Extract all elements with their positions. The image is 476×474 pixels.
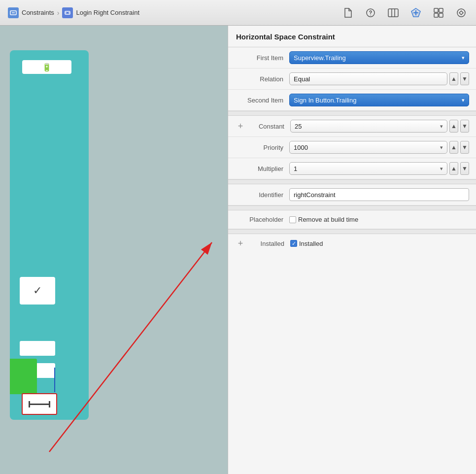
- installed-plus-button[interactable]: +: [235, 238, 246, 249]
- multiplier-chevron: ▾: [440, 166, 443, 172]
- vertical-measure-line: [54, 368, 55, 392]
- constant-plus-button[interactable]: +: [235, 121, 246, 132]
- relation-value: Equal: [294, 75, 443, 83]
- installed-value-label: Installed: [299, 240, 323, 247]
- relation-select[interactable]: Equal: [289, 72, 447, 85]
- phone-screen: 🔋 ✓: [10, 50, 89, 420]
- canvas-content: 🔋 ✓: [0, 26, 228, 474]
- add-object-button[interactable]: [409, 6, 423, 20]
- priority-stepper-up[interactable]: ▲: [449, 141, 458, 154]
- multiplier-row: Multiplier 1 ▾ ▲ ▼: [228, 158, 476, 179]
- breadcrumb-separator: ›: [57, 9, 60, 17]
- svg-point-17: [457, 9, 465, 17]
- svg-point-6: [370, 14, 371, 15]
- first-item-chevron: ▾: [462, 55, 465, 61]
- divider-1: [228, 111, 476, 116]
- svg-rect-14: [439, 8, 443, 12]
- library-button[interactable]: [432, 6, 445, 20]
- constraint-selection-box[interactable]: [22, 393, 57, 415]
- first-item-value: Superview.Trailing: [294, 54, 462, 62]
- inspector-button[interactable]: [386, 6, 400, 20]
- constant-label: Constant: [246, 123, 290, 130]
- properties-panel: Horizontal Space Constraint First Item S…: [228, 26, 476, 474]
- green-element: [10, 359, 37, 394]
- priority-stepper-down[interactable]: ▼: [460, 141, 469, 154]
- priority-row: Priority 1000 ▾ ▲ ▼: [228, 137, 476, 158]
- constant-select[interactable]: 25 ▾: [290, 120, 447, 133]
- relation-label: Relation: [235, 75, 289, 83]
- svg-rect-7: [388, 9, 398, 17]
- identifier-input[interactable]: [289, 188, 469, 201]
- installed-checkbox[interactable]: ✓: [290, 240, 297, 247]
- multiplier-stepper-up[interactable]: ▲: [449, 162, 458, 175]
- main-layout: 🔋 ✓: [0, 26, 476, 474]
- status-bar: 🔋: [22, 60, 71, 74]
- constant-chevron: ▾: [440, 123, 443, 130]
- placeholder-control: Remove at build time: [289, 216, 469, 223]
- priority-select[interactable]: 1000 ▾: [289, 141, 447, 154]
- first-item-select[interactable]: Superview.Trailing ▾: [289, 51, 469, 64]
- constant-stepper-down[interactable]: ▼: [460, 120, 469, 133]
- priority-label: Priority: [235, 144, 289, 151]
- breadcrumb: Constraints › Login Right Constraint: [8, 7, 335, 18]
- constant-value: 25: [295, 123, 440, 130]
- priority-chevron: ▾: [440, 144, 443, 151]
- svg-rect-13: [434, 8, 438, 12]
- relation-control: Equal ▲ ▼: [289, 72, 469, 85]
- second-item-select[interactable]: Sign In Button.Trailing ▾: [289, 94, 469, 106]
- placeholder-checkbox[interactable]: [289, 216, 296, 223]
- file-button[interactable]: [341, 6, 355, 20]
- svg-rect-16: [439, 13, 443, 17]
- divider-3: [228, 205, 476, 210]
- second-item-value: Sign In Button.Trailing: [294, 97, 462, 104]
- multiplier-value: 1: [294, 165, 440, 172]
- form-section: First Item Superview.Trailing ▾ Relation…: [228, 47, 476, 253]
- constant-control: 25 ▾ ▲ ▼: [290, 120, 469, 133]
- priority-value: 1000: [294, 144, 440, 151]
- toolbar-actions: [341, 6, 468, 20]
- divider-2: [228, 179, 476, 184]
- installed-control: ✓ Installed: [290, 240, 469, 247]
- relation-row: Relation Equal ▲ ▼: [228, 68, 476, 90]
- toolbar: Constraints › Login Right Constraint: [0, 0, 476, 26]
- dropdown-element: ✓: [20, 277, 55, 305]
- second-item-row: Second Item Sign In Button.Trailing ▾: [228, 90, 476, 111]
- constant-stepper-up[interactable]: ▲: [449, 120, 458, 133]
- constant-row: + Constant 25 ▾ ▲ ▼: [228, 116, 476, 137]
- identifier-row: Identifier: [228, 184, 476, 205]
- second-item-chevron: ▾: [462, 97, 465, 103]
- installed-label: Installed: [246, 240, 290, 247]
- relation-stepper-up[interactable]: ▲: [449, 72, 458, 85]
- priority-control: 1000 ▾ ▲ ▼: [289, 141, 469, 154]
- relation-stepper-down[interactable]: ▼: [460, 72, 469, 85]
- textfield-1: [20, 341, 55, 356]
- identifier-control: [289, 188, 469, 201]
- constraint-item-icon: [62, 7, 73, 18]
- navigate-button[interactable]: [454, 6, 468, 20]
- first-item-label: First Item: [235, 54, 289, 62]
- multiplier-control: 1 ▾ ▲ ▼: [289, 162, 469, 175]
- remove-at-build-time-label: Remove at build time: [298, 216, 358, 223]
- breadcrumb-constraint-name: Login Right Constraint: [76, 9, 139, 16]
- divider-4: [228, 229, 476, 234]
- installed-row: + Installed ✓ Installed: [228, 234, 476, 253]
- identifier-label: Identifier: [235, 191, 289, 199]
- multiplier-label: Multiplier: [235, 165, 289, 172]
- svg-rect-15: [434, 13, 438, 17]
- placeholder-label: Placeholder: [235, 216, 289, 223]
- first-item-row: First Item Superview.Trailing ▾: [228, 47, 476, 68]
- panel-title: Horizontal Space Constraint: [228, 26, 476, 47]
- canvas-panel: 🔋 ✓: [0, 26, 228, 474]
- constraints-icon: [8, 7, 19, 18]
- help-button[interactable]: [364, 6, 377, 20]
- multiplier-stepper-down[interactable]: ▼: [460, 162, 469, 175]
- first-item-control: Superview.Trailing ▾: [289, 51, 469, 64]
- second-item-control: Sign In Button.Trailing ▾: [289, 94, 469, 106]
- breadcrumb-constraints: Constraints: [22, 9, 54, 16]
- placeholder-row: Placeholder Remove at build time: [228, 210, 476, 229]
- second-item-label: Second Item: [235, 97, 289, 104]
- multiplier-select[interactable]: 1 ▾: [289, 162, 447, 175]
